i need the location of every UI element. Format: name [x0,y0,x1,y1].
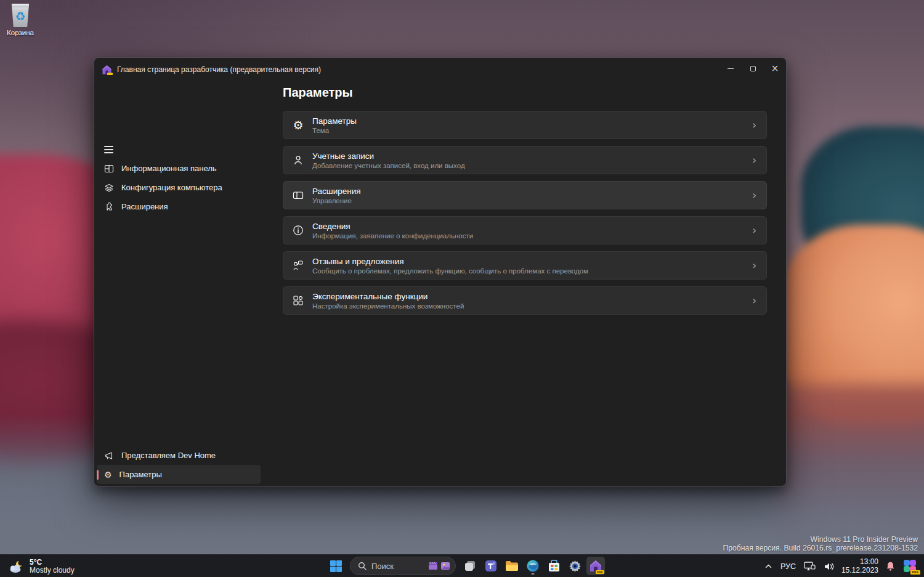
experiment-grid-icon [292,295,304,306]
teams-button[interactable] [482,557,500,575]
settings-card-preferences[interactable]: ⚙ Параметры Тема › [283,111,767,139]
sidebar-item-label: Расширения [121,202,168,211]
tray-time: 13:00 [841,558,878,567]
pre-badge: PRE [596,570,604,574]
copilot-button[interactable]: PRE [902,559,919,575]
teams-icon [484,559,498,573]
weather-condition: Mostly cloudy [30,567,75,575]
card-title: Сведения [312,222,473,231]
card-title: Отзывы и предложения [312,257,588,266]
recycle-bin[interactable]: ♻ Корзина [1,4,39,36]
network-button[interactable] [803,560,817,573]
clock[interactable]: 13:00 15.12.2023 [841,558,878,575]
recycle-bin-label: Корзина [1,29,39,36]
bell-icon [885,561,896,571]
photos-icon [440,561,450,571]
moon-cloud-icon [9,559,25,574]
volume-button[interactable] [822,560,836,573]
card-title: Параметры [312,116,357,126]
close-button[interactable]: × [764,58,786,79]
sidebar-item-settings[interactable]: ⚙ Параметры [97,465,261,484]
sidebar-item-label: Конфигурация компьютера [121,183,222,192]
search-icon [358,562,367,570]
card-subtitle: Информация, заявление о конфиденциальнос… [312,232,473,240]
maximize-button[interactable] [742,58,764,79]
nav-menu-button[interactable] [104,146,113,153]
settings-card-extensions[interactable]: Расширения Управление › [283,181,767,209]
notifications-button[interactable] [884,560,897,573]
sidebar-item-label: Параметры [120,470,162,479]
windows-logo-icon [330,560,342,573]
settings-cards: ⚙ Параметры Тема › Учетные записи Добавл… [283,111,767,321]
card-subtitle: Добавление учетных записей, вход или вых… [312,162,465,169]
maximize-icon [750,66,756,71]
pre-badge-mini [107,73,113,75]
recycle-icon: ♻ [15,10,25,22]
store-icon [547,559,561,573]
person-icon [292,155,304,166]
file-explorer-button[interactable] [503,557,521,575]
chevron-right-icon: › [752,225,756,236]
chevron-right-icon: › [752,155,756,166]
search-highlights [428,561,450,571]
task-view-button[interactable] [461,557,479,575]
running-indicator [532,573,535,575]
chevron-right-icon: › [752,260,756,271]
dev-home-taskbar-button[interactable]: PRE [586,557,605,575]
card-subtitle: Управление [312,197,361,204]
megaphone-icon [104,451,114,461]
minimize-icon [727,68,734,69]
settings-card-accounts[interactable]: Учетные записи Добавление учетных записе… [283,146,767,174]
sidebar-item-machine-configuration[interactable]: Конфигурация компьютера [97,178,261,197]
taskbar-center: Поиск [326,557,605,575]
gear-icon: ⚙ [292,119,304,131]
sidebar-item-whats-new[interactable]: Представляем Dev Home [97,446,261,465]
weather-widget[interactable]: 5°C Mostly cloudy [5,555,78,577]
sidebar-nav: Информационная панель Конфигурация компь… [97,159,261,216]
sidebar-item-extensions[interactable]: Расширения [97,197,261,216]
selection-indicator [97,470,99,480]
card-title: Учетные записи [312,151,465,161]
tray-date: 15.12.2023 [841,567,878,575]
window-title: Главная страница разработчика (предварит… [117,65,321,74]
gear-icon: ⚙ [104,470,112,479]
card-title: Экспериментальные функции [312,292,464,301]
chevron-right-icon: › [752,190,756,201]
card-subtitle: Сообщить о проблемах, предложить функцию… [312,267,588,275]
recycle-bin-icon: ♻ [10,4,30,27]
card-title: Расширения [312,187,361,196]
taskbar-search[interactable]: Поиск [350,557,456,575]
sidebar-item-dashboard[interactable]: Информационная панель [97,159,261,178]
minimize-button[interactable] [719,58,742,79]
weather-text: 5°C Mostly cloudy [30,559,75,575]
edge-button[interactable] [524,557,542,575]
clapperboard-icon [428,561,438,571]
settings-card-about[interactable]: Сведения Информация, заявление о конфиде… [283,216,767,244]
language-indicator[interactable]: РУС [779,561,797,572]
sidebar-item-label: Информационная панель [121,164,217,173]
window-controls: × [719,58,786,79]
sidebar-item-label: Представляем Dev Home [121,451,216,460]
microsoft-store-button[interactable] [545,557,563,575]
layers-icon [104,183,114,193]
chevron-right-icon: › [752,296,756,306]
settings-gear-icon [568,559,582,573]
card-subtitle: Тема [312,127,357,134]
page-title: Параметры [283,86,353,100]
dev-home-window: Главная страница разработчика (предварит… [94,57,787,486]
chevron-up-icon [764,562,772,570]
system-tray: РУС 13:00 15.12.2023 [763,555,919,577]
card-subtitle: Настройка экспериментальных возможностей [312,302,464,310]
tray-overflow-button[interactable] [763,561,774,571]
search-placeholder: Поиск [371,562,423,571]
settings-card-experimental-features[interactable]: Экспериментальные функции Настройка эксп… [283,286,767,315]
titlebar[interactable]: Главная страница разработчика (предварит… [94,58,786,81]
feedback-icon [292,260,304,271]
start-button[interactable] [326,557,345,575]
chevron-right-icon: › [752,120,756,131]
extension-card-icon [292,190,304,201]
settings-button[interactable] [565,557,584,575]
edge-icon [526,559,540,573]
settings-card-feedback[interactable]: Отзывы и предложения Сообщить о проблема… [283,251,767,280]
pre-badge: PRE [910,570,920,575]
